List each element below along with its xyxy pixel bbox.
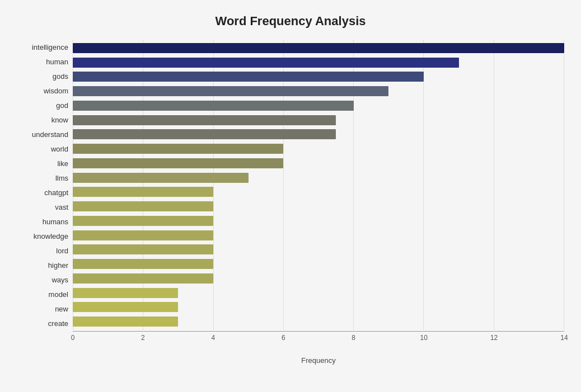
- bar: [73, 129, 336, 139]
- bar: [73, 72, 424, 82]
- bars-area: [73, 40, 564, 330]
- chart-area: intelligencehumangodswisdomgodknowunders…: [17, 40, 564, 348]
- bar-row: [73, 143, 564, 155]
- bar-row: [73, 186, 564, 198]
- bar: [73, 158, 283, 168]
- y-label: god: [56, 102, 68, 109]
- y-label: new: [55, 305, 68, 313]
- bar-row: [73, 85, 564, 97]
- bar-row: [73, 100, 564, 112]
- bars-and-x: Frequency 02468101214: [73, 40, 564, 348]
- y-label: human: [46, 58, 68, 65]
- x-tick: 10: [420, 334, 427, 342]
- y-label: intelligence: [32, 44, 68, 51]
- bars-wrapper: [73, 40, 564, 330]
- y-label: model: [49, 291, 68, 298]
- bar: [73, 216, 213, 226]
- bar-row: [73, 272, 564, 285]
- bar-row: [73, 157, 564, 169]
- bar-row: [73, 287, 564, 299]
- bar: [73, 317, 178, 327]
- bar-row: [73, 200, 564, 212]
- bar-row: [73, 172, 564, 184]
- bar: [73, 144, 283, 154]
- x-tick: 4: [212, 334, 215, 342]
- x-tick: 14: [560, 334, 568, 342]
- y-label: chatgpt: [44, 189, 68, 196]
- bar: [73, 58, 459, 68]
- y-label: wisdom: [44, 87, 68, 95]
- y-label: llms: [55, 174, 68, 182]
- bar-row: [73, 128, 564, 140]
- y-label: lord: [56, 247, 68, 254]
- x-axis: Frequency 02468101214: [73, 331, 564, 348]
- x-tick: 0: [71, 334, 75, 342]
- bar: [73, 86, 388, 96]
- x-axis-label: Frequency: [301, 356, 335, 365]
- bar-row: [73, 42, 564, 54]
- bar: [73, 230, 213, 240]
- bar: [73, 244, 213, 254]
- bar: [73, 187, 213, 197]
- bar-row: [73, 56, 564, 69]
- bar: [73, 101, 354, 111]
- bar-row: [73, 315, 564, 328]
- y-label: higher: [48, 262, 68, 269]
- bar-row: [73, 215, 564, 227]
- y-label: gods: [53, 73, 68, 80]
- bar: [73, 288, 178, 298]
- x-tick: 8: [352, 334, 355, 342]
- bar-row: [73, 258, 564, 270]
- y-label: understand: [32, 131, 68, 138]
- y-label: knowledge: [34, 233, 68, 240]
- y-label: vast: [55, 204, 68, 211]
- x-tick: 6: [282, 334, 285, 342]
- chart-title: Word Frequency Analysis: [17, 11, 564, 29]
- bar-row: [73, 301, 564, 313]
- bar: [73, 201, 213, 211]
- bar: [73, 173, 249, 183]
- bar-row: [73, 229, 564, 242]
- y-label: like: [57, 160, 68, 167]
- bar-row: [73, 114, 564, 126]
- bar: [73, 115, 336, 125]
- y-label: know: [51, 116, 68, 124]
- chart-container: Word Frequency Analysis intelligencehuma…: [0, 0, 581, 392]
- x-tick: 2: [141, 334, 145, 342]
- bar-row: [73, 243, 564, 256]
- bar: [73, 302, 178, 312]
- y-label: humans: [43, 218, 68, 225]
- bar: [73, 273, 213, 284]
- bar-row: [73, 70, 564, 83]
- y-label: create: [48, 320, 68, 327]
- x-tick: 12: [490, 334, 498, 342]
- y-labels: intelligencehumangodswisdomgodknowunders…: [17, 40, 73, 348]
- y-label: ways: [51, 276, 68, 284]
- bar: [73, 259, 213, 269]
- y-label: world: [51, 145, 68, 153]
- bar: [73, 43, 564, 53]
